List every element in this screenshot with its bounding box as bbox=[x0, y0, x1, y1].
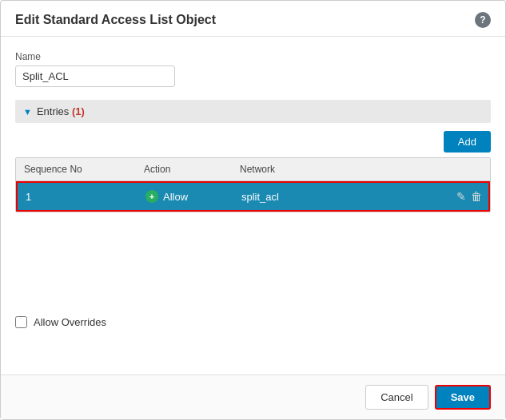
col-network: Network bbox=[232, 158, 442, 180]
add-button[interactable]: Add bbox=[444, 131, 491, 153]
dialog-body: Name ▼ Entries (1) Add Sequence No Actio… bbox=[1, 37, 505, 374]
entries-table: Sequence No Action Network 1 + Allow spl… bbox=[15, 157, 491, 212]
entries-section: ▼ Entries (1) Add Sequence No Action Net… bbox=[15, 100, 491, 212]
allow-overrides-label: Allow Overrides bbox=[34, 316, 106, 328]
col-actions bbox=[442, 158, 490, 180]
edit-dialog: Edit Standard Access List Object ? Name … bbox=[0, 0, 506, 420]
name-input[interactable] bbox=[15, 65, 175, 87]
add-btn-row: Add bbox=[15, 131, 491, 153]
cancel-button[interactable]: Cancel bbox=[365, 385, 428, 410]
col-seq: Sequence No bbox=[16, 158, 136, 180]
table-row: 1 + Allow split_acl ✎ 🗑 bbox=[16, 181, 490, 212]
allow-icon: + bbox=[145, 190, 158, 203]
edit-row-icon[interactable]: ✎ bbox=[456, 190, 466, 203]
cell-network: split_acl bbox=[233, 185, 440, 208]
dialog-title: Edit Standard Access List Object bbox=[15, 13, 216, 27]
delete-row-icon[interactable]: 🗑 bbox=[471, 190, 482, 203]
row-actions: ✎ 🗑 bbox=[440, 190, 488, 203]
table-header: Sequence No Action Network bbox=[16, 158, 490, 181]
dialog-footer: Cancel Save bbox=[1, 374, 505, 419]
action-label: Allow bbox=[163, 191, 188, 203]
cell-action: + Allow bbox=[137, 184, 233, 208]
save-button[interactable]: Save bbox=[435, 385, 491, 410]
allow-overrides-row: Allow Overrides bbox=[15, 316, 491, 341]
entries-header: ▼ Entries (1) bbox=[15, 100, 491, 123]
help-icon[interactable]: ? bbox=[475, 12, 491, 28]
collapse-icon[interactable]: ▼ bbox=[23, 107, 32, 117]
entries-label: Entries (1) bbox=[37, 105, 85, 117]
dialog-header: Edit Standard Access List Object ? bbox=[1, 1, 505, 37]
allow-overrides-checkbox[interactable] bbox=[15, 316, 27, 328]
cell-seq: 1 bbox=[18, 185, 137, 208]
name-label: Name bbox=[15, 51, 491, 62]
col-action: Action bbox=[136, 158, 232, 180]
